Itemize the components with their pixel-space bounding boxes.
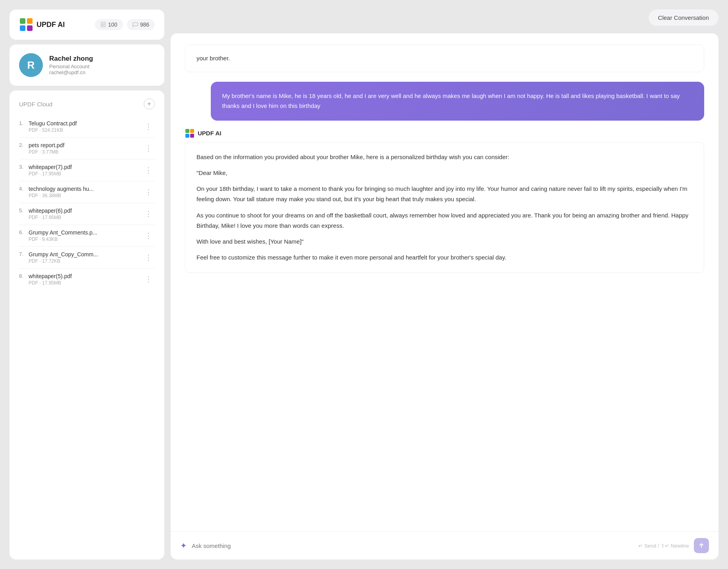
file-info: Grumpy Ant_Copy_Comm... PDF · 17.72KB [29, 251, 98, 264]
svg-rect-2 [20, 25, 25, 31]
cloud-title: UPDF Cloud [19, 101, 52, 108]
app-container: UPDF AI 100 986 [10, 10, 718, 559]
file-meta: PDF · 17.95MB [29, 215, 72, 220]
avatar: R [19, 53, 43, 77]
file-meta: PDF · 36.38MB [29, 193, 94, 198]
file-menu-button[interactable]: ⋮ [143, 122, 155, 131]
file-number: 8. [19, 273, 26, 279]
file-info: whitepaper(7).pdf PDF · 17.95MB [29, 164, 72, 177]
file-name: whitepaper(5).pdf [29, 273, 72, 279]
ai-label: UPDF AI [185, 129, 704, 138]
file-left: 7. Grumpy Ant_Copy_Comm... PDF · 17.72KB [19, 251, 98, 264]
file-number: 3. [19, 164, 26, 170]
file-number: 2. [19, 142, 26, 148]
file-info: pets report.pdf PDF · 3.77MB [29, 142, 64, 155]
chat-input[interactable] [192, 542, 634, 549]
doc-count: 100 [108, 21, 117, 28]
ai-message-top: your brother. [185, 44, 704, 72]
spark-icon: ✦ [180, 541, 187, 550]
svg-rect-0 [20, 18, 25, 24]
file-item: 2. pets report.pdf PDF · 3.77MB ⋮ [19, 138, 155, 160]
updf-ai-logo-icon [185, 129, 195, 138]
chat-container: your brother. My brother's name is Mike,… [171, 33, 718, 559]
ai-greeting: "Dear Mike, [196, 168, 693, 178]
file-meta: PDF · 9.43KB [29, 236, 97, 242]
file-info: technology augments hu... PDF · 36.38MB [29, 186, 94, 198]
doc-count-badge: 100 [95, 19, 123, 30]
file-left: 5. whitepaper(6).pdf PDF · 17.95MB [19, 208, 72, 220]
file-item: 3. whitepaper(7).pdf PDF · 17.95MB ⋮ [19, 160, 155, 181]
file-meta: PDF · 3.77MB [29, 149, 64, 155]
svg-rect-8 [185, 129, 189, 133]
header-stats: 100 986 [95, 19, 155, 30]
chat-messages: your brother. My brother's name is Mike,… [171, 33, 718, 531]
file-info: Grumpy Ant_Comments.p... PDF · 9.43KB [29, 229, 97, 242]
file-menu-button[interactable]: ⋮ [143, 253, 155, 262]
doc-icon [100, 22, 106, 27]
file-item: 6. Grumpy Ant_Comments.p... PDF · 9.43KB… [19, 225, 155, 247]
send-icon [698, 542, 705, 549]
file-meta: PDF · 524.21KB [29, 127, 77, 133]
file-left: 4. technology augments hu... PDF · 36.38… [19, 186, 94, 198]
file-name: Telugu Contract.pdf [29, 120, 77, 127]
user-email: rachel@updf.cn [49, 69, 93, 75]
chat-icon [133, 22, 138, 27]
file-item: 8. whitepaper(5).pdf PDF · 17.95MB ⋮ [19, 269, 155, 290]
clear-conversation-button[interactable]: Clear Conversation [649, 10, 718, 26]
ai-intro: Based on the information you provided ab… [196, 152, 693, 162]
add-file-button[interactable]: + [144, 98, 155, 110]
sidebar: UPDF AI 100 986 [10, 10, 164, 559]
file-meta: PDF · 17.72KB [29, 258, 98, 264]
file-name: Grumpy Ant_Comments.p... [29, 229, 97, 236]
file-list: 1. Telugu Contract.pdf PDF · 524.21KB ⋮ … [19, 116, 155, 290]
user-card: R Rachel zhong Personal Account rachel@u… [10, 44, 164, 86]
file-menu-button[interactable]: ⋮ [143, 275, 155, 284]
file-name: Grumpy Ant_Copy_Comm... [29, 251, 98, 258]
file-left: 6. Grumpy Ant_Comments.p... PDF · 9.43KB [19, 229, 97, 242]
file-item: 7. Grumpy Ant_Copy_Comm... PDF · 17.72KB… [19, 247, 155, 269]
file-menu-button[interactable]: ⋮ [143, 144, 155, 153]
ai-paragraph1: On your 18th birthday, I want to take a … [196, 184, 693, 205]
cloud-header: UPDF Cloud + [19, 98, 155, 110]
file-menu-button[interactable]: ⋮ [143, 188, 155, 196]
file-item: 1. Telugu Contract.pdf PDF · 524.21KB ⋮ [19, 116, 155, 138]
user-name: Rachel zhong [49, 55, 93, 63]
file-number: 1. [19, 120, 26, 126]
ai-content-box: Based on the information you provided ab… [185, 142, 704, 273]
user-account-type: Personal Account [49, 63, 93, 69]
file-info: whitepaper(6).pdf PDF · 17.95MB [29, 208, 72, 220]
file-info: Telugu Contract.pdf PDF · 524.21KB [29, 120, 77, 133]
chat-input-area: ✦ ↵ Send / ⇧↵ Newline [171, 531, 718, 559]
user-message: My brother's name is Mike, he is 18 year… [211, 82, 704, 121]
file-name: technology augments hu... [29, 186, 94, 192]
logo-area: UPDF AI [19, 17, 65, 32]
svg-rect-1 [27, 18, 33, 24]
chat-count-badge: 986 [127, 19, 155, 30]
ai-paragraph2: As you continue to shoot for your dreams… [196, 210, 693, 231]
main-area: Clear Conversation your brother. My brot… [171, 10, 718, 559]
svg-rect-9 [190, 129, 194, 133]
updf-logo-icon [19, 17, 33, 32]
app-name: UPDF AI [37, 21, 65, 29]
ai-footer: Feel free to customize this message furt… [196, 252, 693, 263]
file-name: whitepaper(7).pdf [29, 164, 72, 170]
file-menu-button[interactable]: ⋮ [143, 210, 155, 218]
file-item: 4. technology augments hu... PDF · 36.38… [19, 181, 155, 203]
file-menu-button[interactable]: ⋮ [143, 166, 155, 175]
file-number: 5. [19, 208, 26, 213]
file-left: 8. whitepaper(5).pdf PDF · 17.95MB [19, 273, 72, 286]
file-left: 1. Telugu Contract.pdf PDF · 524.21KB [19, 120, 77, 133]
user-info: Rachel zhong Personal Account rachel@upd… [49, 55, 93, 75]
svg-rect-11 [190, 134, 194, 138]
file-left: 3. whitepaper(7).pdf PDF · 17.95MB [19, 164, 72, 177]
file-number: 4. [19, 186, 26, 192]
file-menu-button[interactable]: ⋮ [143, 231, 155, 240]
input-hints: ↵ Send / ⇧↵ Newline [638, 543, 689, 549]
file-meta: PDF · 17.95MB [29, 280, 72, 286]
sidebar-header: UPDF AI 100 986 [10, 10, 164, 40]
file-name: whitepaper(6).pdf [29, 208, 72, 214]
svg-rect-3 [27, 25, 33, 31]
file-name: pets report.pdf [29, 142, 64, 148]
ai-closing: With love and best wishes, [Your Name]" [196, 236, 693, 247]
send-button[interactable] [694, 538, 709, 553]
